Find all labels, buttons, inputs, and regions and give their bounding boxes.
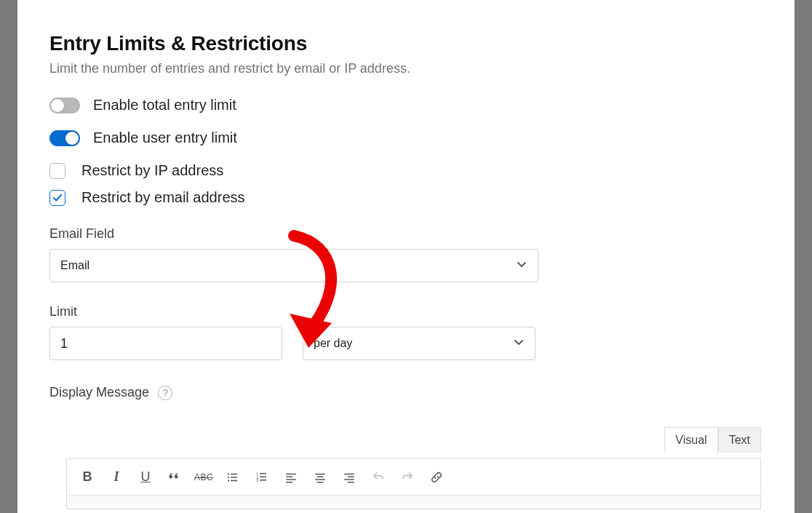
align-left-button[interactable] [276,464,306,491]
bullet-list-icon [226,471,239,484]
bold-button[interactable]: B [73,464,102,491]
align-center-button[interactable] [306,464,335,491]
display-message-label-text: Display Message [49,385,149,400]
align-center-icon [314,471,327,484]
svg-rect-22 [344,479,354,480]
svg-rect-23 [348,482,354,483]
toggle-total-label: Enable total entry limit [93,97,236,114]
chevron-down-icon [513,336,525,351]
chevron-down-icon [516,258,528,273]
limit-period-select[interactable]: per day [303,327,536,360]
toggle-user-label: Enable user entry limit [93,130,237,146]
display-message-label: Display Message ? [49,385,795,400]
svg-rect-14 [286,479,296,480]
tab-text[interactable]: Text [718,427,761,453]
strikethrough-button[interactable]: ABC [189,464,218,491]
numbered-list-icon: 1 2 3 [255,471,268,484]
svg-rect-19 [317,482,324,483]
svg-point-2 [228,476,229,477]
email-field-select[interactable]: Email [49,249,538,282]
svg-rect-13 [286,476,292,477]
help-icon[interactable]: ? [158,386,172,400]
tab-visual[interactable]: Visual [664,427,717,453]
redo-icon [401,471,414,484]
editor-tabs: Visual Text [664,427,761,453]
svg-text:3: 3 [257,479,259,482]
svg-rect-9 [260,476,266,477]
svg-rect-16 [315,473,325,474]
svg-rect-5 [231,480,237,481]
svg-rect-12 [286,473,296,474]
svg-rect-20 [344,473,354,474]
svg-rect-3 [231,477,237,478]
svg-rect-1 [231,473,237,474]
check-icon [52,193,63,203]
redo-button[interactable] [393,464,422,491]
checkbox-restrict-email-label: Restrict by email address [81,189,245,206]
blockquote-button[interactable] [160,464,189,491]
checkbox-restrict-ip-label: Restrict by IP address [81,162,223,179]
link-icon [430,471,443,484]
quote-icon [168,471,181,484]
toggle-total-entry-limit[interactable] [49,98,80,114]
checkbox-restrict-email[interactable] [49,190,65,206]
checkbox-restrict-ip[interactable] [49,163,65,179]
bullet-list-button[interactable] [218,464,247,491]
limit-label: Limit [49,304,795,319]
undo-button[interactable] [364,464,393,491]
limit-period-value: per day [314,337,352,350]
align-right-button[interactable] [335,464,364,491]
svg-rect-15 [286,482,292,483]
email-field-label: Email Field [49,226,795,242]
numbered-list-button[interactable]: 1 2 3 [247,464,276,491]
toggle-knob [65,132,79,145]
editor-wrap: B I U ABC 1 2 [66,458,761,509]
window-frame-left [0,0,17,513]
limit-input[interactable] [49,327,282,360]
window-frame-right [795,0,812,513]
email-field-value: Email [60,259,89,272]
svg-rect-7 [260,473,266,474]
toggle-knob [51,99,64,112]
align-right-icon [343,471,356,484]
italic-button[interactable]: I [102,464,131,491]
svg-rect-11 [260,480,266,481]
section-title: Entry Limits & Restrictions [49,32,795,55]
underline-button[interactable]: U [131,464,160,491]
svg-point-4 [228,480,229,481]
editor-toolbar: B I U ABC 1 2 [67,459,760,496]
link-button[interactable] [422,464,451,491]
toggle-user-entry-limit[interactable] [49,130,80,146]
section-description: Limit the number of entries and restrict… [49,61,795,76]
svg-rect-17 [317,476,324,477]
align-left-icon [284,471,298,484]
undo-icon [372,471,385,484]
svg-point-0 [228,473,229,474]
settings-panel: Entry Limits & Restrictions Limit the nu… [17,0,795,513]
editor-content-area[interactable] [67,496,760,509]
svg-rect-18 [315,479,325,480]
svg-rect-21 [348,476,354,477]
